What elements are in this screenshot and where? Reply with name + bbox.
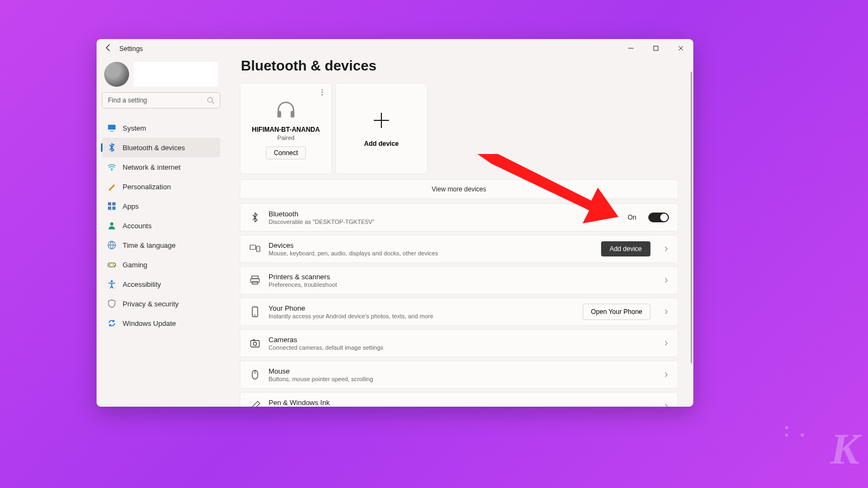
arrow-left-icon xyxy=(104,43,113,52)
svg-point-13 xyxy=(111,280,113,282)
row-subtitle: Preferences, troubleshoot xyxy=(269,281,650,288)
pen-icon xyxy=(249,401,261,407)
chevron-right-icon xyxy=(663,341,669,346)
close-button[interactable] xyxy=(668,39,693,57)
svg-point-22 xyxy=(254,314,256,316)
sidebar-item-windows-update[interactable]: Windows Update xyxy=(102,313,220,333)
settings-row-your-phone[interactable]: Your PhoneInstantly access your Android … xyxy=(240,298,678,326)
bluetooth-toggle[interactable] xyxy=(648,213,669,222)
device-tile-headphones[interactable]: ⋮ HIFIMAN-BT-ANANDA Paired Connect xyxy=(240,83,332,174)
sidebar-item-label: System xyxy=(123,124,146,132)
back-button[interactable] xyxy=(104,43,113,54)
profile-block[interactable] xyxy=(102,62,220,92)
view-more-devices[interactable]: View more devices xyxy=(240,179,678,199)
settings-row-devices[interactable]: DevicesMouse, keyboard, pen, audio, disp… xyxy=(240,235,678,263)
row-action-button[interactable]: Open Your Phone xyxy=(583,304,650,320)
row-subtitle: Mouse, keyboard, pen, audio, displays an… xyxy=(269,250,593,256)
sidebar: Find a setting SystemBluetooth & devices… xyxy=(97,57,225,407)
sidebar-item-system[interactable]: System xyxy=(102,118,220,138)
sidebar-nav: SystemBluetooth & devicesNetwork & inter… xyxy=(102,118,220,333)
sidebar-item-accessibility[interactable]: Accessibility xyxy=(102,274,220,294)
settings-row-pen-windows-ink[interactable]: Pen & Windows InkRight-handed or left-ha… xyxy=(240,392,678,407)
printer-icon xyxy=(249,275,261,286)
sidebar-item-label: Accounts xyxy=(123,222,151,230)
settings-row-cameras[interactable]: CamerasConnected cameras, default image … xyxy=(240,329,678,357)
watermark: K xyxy=(831,425,855,474)
chevron-right-icon xyxy=(663,403,669,407)
svg-point-8 xyxy=(110,222,113,226)
svg-rect-6 xyxy=(108,207,111,210)
scrollbar[interactable] xyxy=(691,72,692,363)
grid-icon xyxy=(107,202,116,210)
row-action-button[interactable]: Add device xyxy=(601,241,650,256)
settings-window: Settings Find a setting SystemBluetooth … xyxy=(97,39,693,407)
settings-row-mouse[interactable]: MouseButtons, mouse pointer speed, scrol… xyxy=(240,361,678,389)
sidebar-item-label: Bluetooth & devices xyxy=(123,144,185,152)
search-placeholder: Find a setting xyxy=(108,97,207,104)
svg-rect-15 xyxy=(291,111,295,118)
sidebar-item-network-internet[interactable]: Network & internet xyxy=(102,157,220,177)
person-icon xyxy=(107,221,116,230)
bluetooth-toggle-row: Bluetooth Discoverable as "DESKTOP-TGKTE… xyxy=(240,203,678,232)
search-input[interactable]: Find a setting xyxy=(102,92,220,108)
sidebar-item-bluetooth-devices[interactable]: Bluetooth & devices xyxy=(102,138,220,157)
page-title: Bluetooth & devices xyxy=(241,57,678,74)
monitor-icon xyxy=(107,124,116,132)
row-subtitle: Instantly access your Android device's p… xyxy=(269,313,575,319)
svg-point-11 xyxy=(113,264,114,265)
svg-point-1 xyxy=(208,98,213,102)
camera-icon xyxy=(249,338,261,349)
sidebar-item-personalization[interactable]: Personalization xyxy=(102,177,220,196)
maximize-button[interactable] xyxy=(643,39,668,57)
svg-rect-14 xyxy=(277,111,281,118)
sidebar-item-privacy-security[interactable]: Privacy & security xyxy=(102,294,220,313)
shield-icon xyxy=(107,299,116,308)
device-status: Paired xyxy=(277,134,295,141)
bluetooth-subtitle: Discoverable as "DESKTOP-TGKTE5V" xyxy=(269,219,620,225)
titlebar xyxy=(97,39,693,57)
sidebar-item-accounts[interactable]: Accounts xyxy=(102,216,220,235)
minimize-button[interactable] xyxy=(618,39,643,57)
row-title: Pen & Windows Ink xyxy=(269,399,650,407)
svg-rect-4 xyxy=(108,202,111,206)
svg-rect-7 xyxy=(112,207,116,210)
main-content: Bluetooth & devices ⋮ HIFIMAN-BT-ANANDA … xyxy=(225,57,693,407)
device-name: HIFIMAN-BT-ANANDA xyxy=(252,126,320,133)
globe-icon xyxy=(107,241,116,249)
bluetooth-icon xyxy=(107,143,116,152)
bluetooth-title: Bluetooth xyxy=(269,210,620,218)
row-title: Printers & scanners xyxy=(269,273,650,281)
chevron-right-icon xyxy=(663,246,669,252)
row-title: Cameras xyxy=(269,336,650,344)
chevron-right-icon xyxy=(663,278,669,283)
sidebar-item-gaming[interactable]: Gaming xyxy=(102,255,220,274)
sidebar-item-label: Network & internet xyxy=(123,163,181,171)
close-icon xyxy=(678,46,684,51)
svg-point-24 xyxy=(253,342,257,345)
bluetooth-icon xyxy=(249,212,261,223)
svg-point-12 xyxy=(114,265,115,266)
header-left: Settings xyxy=(104,43,143,54)
accessibility-icon xyxy=(107,280,116,288)
connect-button[interactable]: Connect xyxy=(266,146,307,159)
maximize-icon xyxy=(653,46,659,51)
gamepad-icon xyxy=(107,260,116,269)
sidebar-item-label: Gaming xyxy=(123,261,148,269)
device-tiles: ⋮ HIFIMAN-BT-ANANDA Paired Connect Add d… xyxy=(240,83,678,174)
chevron-right-icon xyxy=(663,309,669,314)
app-title: Settings xyxy=(119,45,143,53)
row-title: Mouse xyxy=(269,367,650,375)
row-subtitle: Buttons, mouse pointer speed, scrolling xyxy=(269,376,650,382)
search-icon xyxy=(207,97,214,104)
sidebar-item-time-language[interactable]: Time & language xyxy=(102,235,220,255)
settings-row-printers-scanners[interactable]: Printers & scannersPreferences, troubles… xyxy=(240,266,678,294)
tile-more-button[interactable]: ⋮ xyxy=(318,88,326,97)
sidebar-item-label: Personalization xyxy=(123,183,171,191)
sidebar-item-apps[interactable]: Apps xyxy=(102,196,220,216)
svg-rect-17 xyxy=(257,246,260,252)
row-subtitle: Connected cameras, default image setting… xyxy=(269,344,650,351)
svg-rect-5 xyxy=(112,202,116,206)
profile-name-redacted xyxy=(133,62,218,87)
add-device-tile[interactable]: Add device xyxy=(335,83,427,174)
svg-rect-19 xyxy=(251,279,259,282)
